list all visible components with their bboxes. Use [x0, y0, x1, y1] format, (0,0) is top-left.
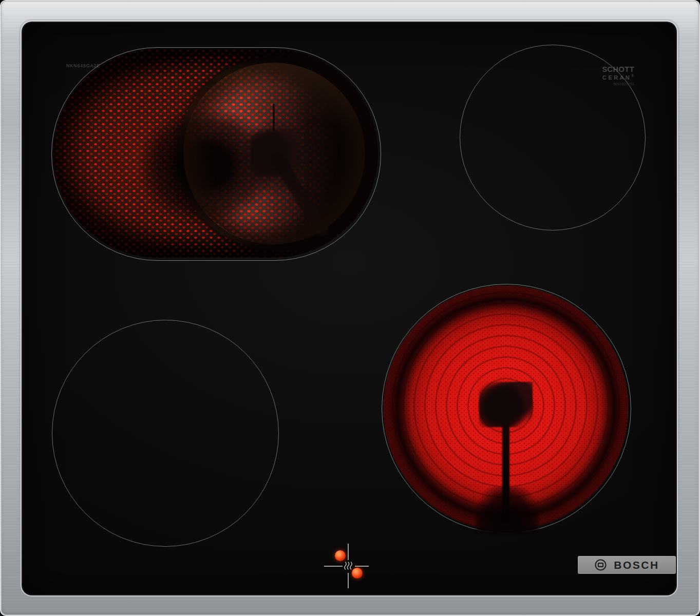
residual-heat-indicator-dot	[335, 550, 346, 561]
bosch-brand-badge: BOSCH	[578, 556, 676, 574]
zone-front-right-temperature-sensor	[479, 382, 533, 427]
zone-front-right-sensor-stem	[502, 412, 509, 523]
cooktop-product-photo: NKN645GA2E SCHOTT CERAN® 9001607791	[0, 0, 700, 616]
bosch-wordmark: BOSCH	[614, 559, 659, 571]
crosshair-marking	[355, 566, 369, 567]
bosch-logo-icon	[594, 559, 607, 571]
registered-trademark-icon: ®	[631, 74, 634, 78]
crosshair-marking	[348, 573, 349, 588]
zone-rear-right-outline	[460, 45, 646, 230]
residual-heat-indicator-dot	[352, 568, 363, 579]
zone-front-left-outline	[52, 320, 279, 547]
residual-heat-icon	[343, 561, 353, 571]
crosshair-marking	[348, 544, 349, 560]
crosshair-marking	[324, 566, 343, 567]
